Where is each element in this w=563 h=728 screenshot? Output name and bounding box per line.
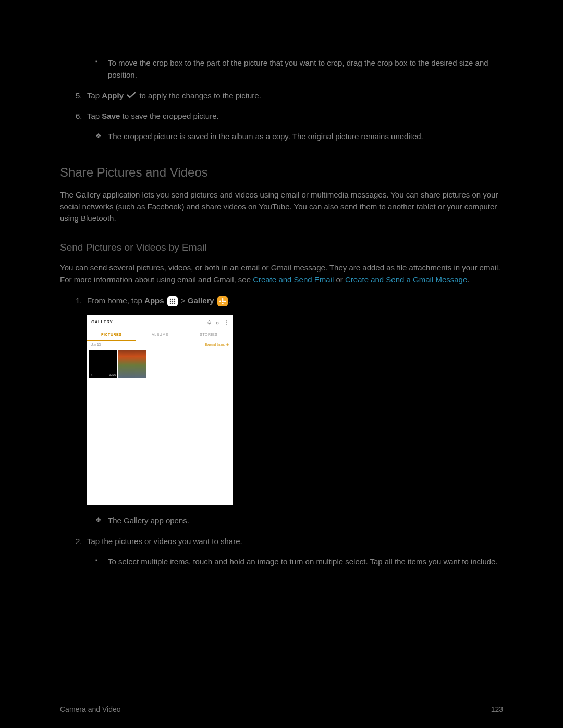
gallery-date: Jun 13	[91, 342, 101, 347]
gallery-title: GALLERY	[91, 319, 113, 325]
svg-point-11	[222, 303, 223, 304]
svg-point-8	[174, 303, 175, 304]
thumbnail-video: ▷ 00:06	[89, 350, 117, 378]
share-heading: Share Pictures and Videos	[60, 163, 503, 182]
svg-point-12	[219, 301, 221, 302]
share-step-2: 2. Tap the pictures or videos you want t…	[76, 536, 503, 548]
gallery-tabs: PICTURES ALBUMS STORIES	[87, 329, 233, 341]
s1-post: .	[229, 296, 231, 305]
step-6-post: to save the cropped picture.	[120, 112, 218, 120]
tab-pictures: PICTURES	[87, 329, 136, 341]
share-step-1-num: 1.	[76, 295, 82, 307]
svg-point-2	[174, 299, 175, 300]
s1-pre: From home, tap	[87, 296, 144, 305]
thumbnail-image	[118, 350, 146, 378]
step-6-note: The cropped picture is saved in the albu…	[95, 131, 503, 143]
checkmark-icon	[127, 91, 136, 103]
send-email-body: You can send several pictures, videos, o…	[60, 262, 503, 286]
footer-page-number: 123	[491, 705, 503, 713]
svg-point-6	[170, 303, 171, 304]
share-step-1: 1. From home, tap Apps > Gallery .	[76, 295, 503, 307]
svg-point-7	[172, 303, 173, 304]
gallery-thumbs: ▷ 00:06	[87, 349, 233, 379]
step-6-bold: Save	[102, 112, 120, 120]
s1-apps: Apps	[144, 296, 164, 305]
step-6-note-text: The cropped picture is saved in the albu…	[108, 132, 423, 141]
svg-point-3	[170, 301, 171, 302]
page-footer: Camera and Video 123	[60, 705, 503, 713]
gallery-subbar: Jun 13 Expand thumb ⊕	[87, 341, 233, 349]
svg-point-1	[172, 299, 173, 300]
gallery-flower-icon	[217, 296, 228, 306]
share-step-2-text: Tap the pictures or videos you want to s…	[87, 537, 242, 546]
svg-point-0	[170, 299, 171, 300]
gallery-opens-note: The Gallery app opens.	[95, 515, 503, 527]
gallery-opens-text: The Gallery app opens.	[108, 516, 189, 525]
svg-point-5	[174, 301, 175, 302]
apps-icon	[167, 296, 178, 306]
step-5-num: 5.	[76, 90, 82, 102]
step-6: 6. Tap Save to save the cropped picture.	[76, 110, 503, 122]
tab-stories: STORIES	[185, 329, 233, 341]
video-duration: 00:06	[109, 373, 116, 377]
multi-select-text: To select multiple items, touch and hold…	[108, 557, 498, 566]
s1-gt: >	[181, 296, 188, 305]
s1-gallery: Gallery	[188, 296, 214, 305]
send-email-heading: Send Pictures or Videos by Email	[60, 240, 503, 255]
footer-section: Camera and Video	[60, 705, 120, 713]
svg-point-9	[222, 300, 224, 302]
share-step-2-num: 2.	[76, 536, 82, 548]
svg-point-13	[224, 301, 226, 302]
share-body: The Gallery application lets you send pi…	[60, 189, 503, 225]
gallery-screenshot: GALLERY ♤ ⌕ ⋮ PICTURES ALBUMS STORIES Ju…	[87, 315, 233, 505]
step-6-pre: Tap	[87, 112, 102, 120]
multi-select-bullet: To select multiple items, touch and hold…	[95, 556, 503, 568]
crop-move-bullet: To move the crop box to the part of the …	[95, 57, 503, 81]
step-5-pre: Tap	[87, 91, 102, 100]
tab-albums: ALBUMS	[136, 329, 184, 341]
step-6-num: 6.	[76, 110, 82, 122]
step-5-bold: Apply	[102, 91, 124, 100]
bell-icon: ♤	[207, 318, 212, 326]
play-icon: ▷	[91, 373, 93, 377]
link-create-gmail-message[interactable]: Create and Send a Gmail Message	[345, 275, 467, 284]
send-body-mid: or	[334, 275, 345, 284]
step-5: 5. Tap Apply to apply the changes to the…	[76, 90, 503, 102]
crop-move-text: To move the crop box to the part of the …	[108, 58, 488, 79]
svg-point-10	[222, 298, 223, 300]
send-body-post: .	[467, 275, 469, 284]
link-create-send-email[interactable]: Create and Send Email	[253, 275, 334, 284]
more-icon: ⋮	[224, 318, 229, 326]
step-5-post: to apply the changes to the picture.	[139, 91, 261, 100]
svg-point-4	[172, 301, 173, 302]
search-icon: ⌕	[216, 318, 219, 326]
gallery-header: GALLERY ♤ ⌕ ⋮	[87, 315, 233, 329]
gallery-expand: Expand thumb ⊕	[205, 342, 229, 347]
